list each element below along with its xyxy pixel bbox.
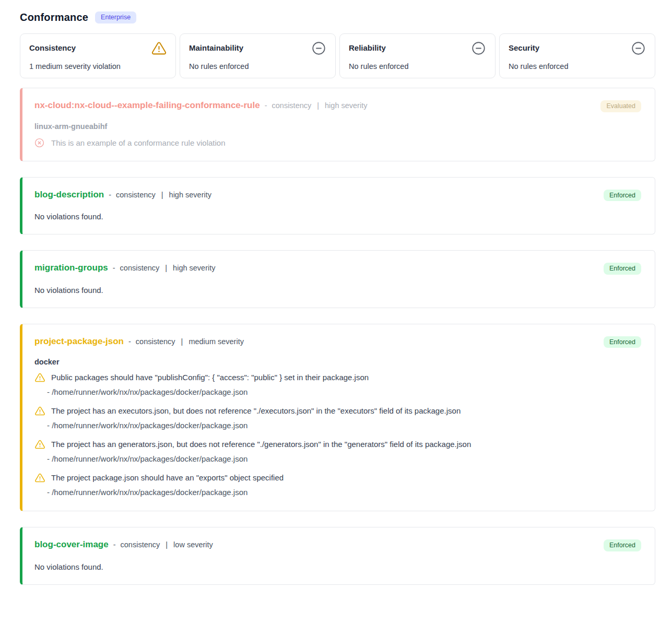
rule-severity: high severity [169, 191, 211, 199]
rule-meta: - consistency | high severity [113, 264, 216, 272]
rule-severity: high severity [325, 101, 367, 110]
rule-category: consistency [136, 337, 175, 346]
rule-card-migration-groups: migration-groups - consistency | high se… [20, 250, 655, 308]
warning-triangle-icon [34, 472, 45, 483]
rule-meta: - consistency | high severity [109, 191, 211, 199]
rule-title[interactable]: migration-groups [34, 263, 108, 273]
rule-result-text: No violations found. [34, 286, 641, 295]
summary-label: Reliability [349, 41, 386, 52]
warning-triangle-icon [34, 439, 45, 450]
violation-message: The project has an executors.json, but d… [51, 405, 461, 416]
summary-status: No rules enforced [189, 62, 327, 70]
rule-title[interactable]: blog-description [34, 190, 104, 200]
page-title: Conformance [20, 11, 88, 23]
summary-label: Consistency [29, 41, 76, 52]
rule-meta: - consistency | low severity [113, 540, 213, 549]
violation-row: This is an example of a conformance rule… [34, 138, 641, 148]
rule-category: consistency [120, 264, 160, 272]
rule-title[interactable]: blog-cover-image [34, 539, 109, 550]
status-badge-evaluated: Evaluated [600, 100, 641, 112]
rule-card-blog-description: blog-description - consistency | high se… [20, 177, 655, 235]
rule-severity: high severity [173, 264, 215, 272]
rule-title[interactable]: project-package-json [34, 336, 124, 347]
rule-category: consistency [116, 191, 156, 199]
summary-card-maintainability: Maintainability No rules enforced [180, 33, 336, 78]
project-name: linux-arm-gnueabihf [34, 122, 641, 131]
summary-status: No rules enforced [509, 62, 646, 70]
rule-meta: - consistency | medium severity [128, 337, 244, 346]
summary-status: 1 medium severity violation [29, 62, 167, 70]
violation-path: - /home/runner/work/nx/nx/packages/docke… [47, 487, 641, 498]
summary-card-reliability: Reliability No rules enforced [339, 33, 496, 78]
page-header: Conformance Enterprise [20, 11, 655, 23]
warning-triangle-icon [151, 41, 167, 56]
summary-label: Security [509, 41, 539, 52]
rule-card-example-failing-conformance-rule: nx-cloud:nx-cloud--example-failing-confo… [20, 88, 655, 161]
violation-item: The project package.json should have an … [34, 472, 641, 498]
rule-category: consistency [272, 101, 312, 110]
summary-row: Consistency 1 medium severity violation … [20, 33, 655, 78]
warning-triangle-icon [34, 405, 45, 416]
rule-card-blog-cover-image: blog-cover-image - consistency | low sev… [20, 527, 655, 585]
circle-minus-icon [312, 41, 327, 55]
rule-severity: low severity [173, 540, 213, 549]
x-circle-icon [34, 138, 44, 148]
circle-minus-icon [631, 41, 646, 55]
summary-card-consistency: Consistency 1 medium severity violation [20, 33, 176, 78]
rule-title[interactable]: nx-cloud:nx-cloud--example-failing-confo… [34, 100, 260, 111]
violation-item: Public packages should have "publishConf… [34, 372, 641, 397]
rule-category: consistency [121, 540, 160, 549]
status-badge-enforced: Enforced [604, 336, 641, 348]
status-badge-enforced: Enforced [604, 539, 641, 551]
violation-path: - /home/runner/work/nx/nx/packages/docke… [47, 386, 641, 397]
rule-card-project-package-json: project-package-json - consistency | med… [20, 324, 655, 512]
summary-card-security: Security No rules enforced [499, 33, 655, 78]
violation-message: The project package.json should have an … [51, 472, 284, 483]
conformance-page: Conformance Enterprise Consistency 1 med… [0, 0, 672, 606]
violation-path: - /home/runner/work/nx/nx/packages/docke… [47, 420, 641, 431]
warning-triangle-icon [34, 372, 45, 383]
violation-message: Public packages should have "publishConf… [51, 372, 369, 383]
rule-result-text: No violations found. [34, 562, 641, 571]
violation-message: This is an example of a conformance rule… [51, 138, 226, 147]
rule-meta: - consistency | high severity [265, 101, 368, 110]
summary-label: Maintainability [189, 41, 243, 52]
violation-message: The project has an generators.json, but … [51, 439, 471, 450]
violation-item: The project has an executors.json, but d… [34, 405, 641, 431]
violation-path: - /home/runner/work/nx/nx/packages/docke… [47, 453, 641, 464]
rule-result-text: No violations found. [34, 212, 641, 221]
summary-status: No rules enforced [349, 62, 487, 70]
rule-severity: medium severity [188, 337, 244, 346]
project-name: docker [34, 358, 641, 366]
status-badge-enforced: Enforced [604, 190, 641, 202]
violation-item: The project has an generators.json, but … [34, 439, 641, 464]
circle-minus-icon [471, 41, 487, 55]
status-badge-enforced: Enforced [604, 263, 641, 275]
enterprise-badge: Enterprise [95, 11, 136, 23]
